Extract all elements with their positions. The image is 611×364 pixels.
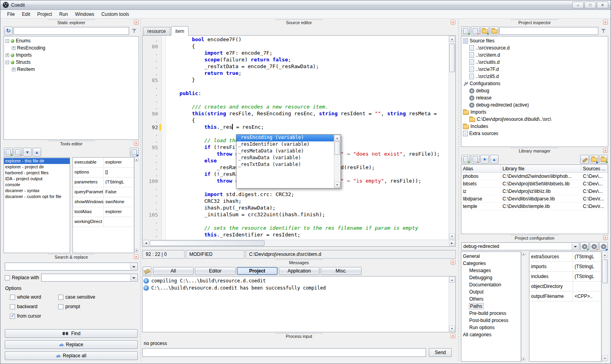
messages-scrollbar[interactable] xyxy=(449,276,455,332)
tree-item-src-item-d[interactable]: ..\src\item.d xyxy=(461,51,608,59)
tree-item-configurations[interactable]: Configurations xyxy=(461,80,608,87)
send-button[interactable]: Send xyxy=(429,348,452,357)
expander-icon[interactable]: + xyxy=(6,53,9,57)
close-panel-icon[interactable] xyxy=(451,260,455,265)
menu-file[interactable]: File xyxy=(4,10,18,18)
messages-filter-misc[interactable]: Misc. xyxy=(321,267,362,275)
close-panel-icon[interactable] xyxy=(134,20,139,25)
property-row-includes[interactable]: includes(TStringL xyxy=(529,272,601,282)
replace-all-button[interactable]: Replace all xyxy=(5,351,138,360)
scroll-down-icon[interactable] xyxy=(135,249,139,253)
tools-editor-header[interactable]: Tools editor xyxy=(4,140,139,147)
property-value[interactable]: <CPP>.. xyxy=(573,292,601,301)
property-value[interactable]: explorer xyxy=(104,158,134,167)
splitter-left[interactable] xyxy=(139,19,142,362)
tree-item-resitem[interactable]: +ResItem xyxy=(4,66,139,73)
refresh-button[interactable] xyxy=(4,27,13,35)
completion-item-restxtdata-variable[interactable]: _resTxtData (variable) xyxy=(236,162,334,168)
option-prompt[interactable]: prompt xyxy=(58,304,133,309)
splitter-right[interactable] xyxy=(457,19,460,362)
tab-item[interactable]: item xyxy=(171,26,189,36)
checkbox[interactable] xyxy=(58,295,63,300)
scroll-down-icon[interactable] xyxy=(334,182,340,188)
add-source-button[interactable]: + xyxy=(461,27,470,35)
tree-item-post-build-process[interactable]: Post-build process xyxy=(461,317,521,324)
replace-with-checkbox[interactable] xyxy=(5,275,10,280)
close-panel-icon[interactable] xyxy=(451,20,455,25)
property-value[interactable]: (TStringL xyxy=(104,177,134,187)
menu-custom-tools[interactable]: Custom tools xyxy=(98,10,133,18)
project-configuration-header[interactable]: Project configuration xyxy=(461,234,608,241)
scrollbar-thumb[interactable] xyxy=(335,141,340,155)
close-panel-icon[interactable] xyxy=(603,20,608,25)
tool-item-console[interactable]: console xyxy=(4,182,70,188)
expander-icon[interactable]: − xyxy=(6,39,9,43)
messages-filter-application[interactable]: Application xyxy=(279,267,320,275)
symbol-filter-button[interactable] xyxy=(130,27,139,35)
checkbox[interactable] xyxy=(10,314,15,319)
move-tool-up-button[interactable] xyxy=(32,148,41,156)
tree-item-messages[interactable]: Messages xyxy=(461,267,521,274)
expander-icon[interactable]: + xyxy=(12,46,15,50)
completion-item-resrawdata-variable[interactable]: _resRawData (variable) xyxy=(236,155,334,162)
replace-button[interactable]: Replace xyxy=(5,340,138,349)
inspector-filter-button[interactable] xyxy=(599,27,608,35)
tree-item-c-dev-dproj-resource-d-build-src[interactable]: C:\Dev\dproj\resource.d\build\..\src\ xyxy=(461,116,608,123)
process-input-field[interactable] xyxy=(142,348,426,357)
inspector-filter-input[interactable] xyxy=(499,27,598,35)
add-folder-button[interactable]: + xyxy=(480,27,489,35)
property-row-showwindows[interactable]: showWindowsswoNone xyxy=(73,197,134,207)
property-row-executable[interactable]: executableexplorer xyxy=(73,158,134,168)
configuration-scrollbar[interactable] xyxy=(601,252,608,362)
scroll-down-icon[interactable] xyxy=(449,233,455,239)
property-value[interactable]: [] xyxy=(104,168,134,177)
tree-item-includes[interactable]: Includes xyxy=(461,123,608,130)
expander-icon[interactable]: + xyxy=(12,68,15,71)
scrollbar-thumb[interactable] xyxy=(150,240,265,246)
configuration-combo[interactable]: debug-redirected xyxy=(461,242,579,250)
tree-item-release[interactable]: release xyxy=(461,94,608,101)
tree-item-imports[interactable]: +Imports xyxy=(4,51,139,59)
library-row-temple[interactable]: templeC:\Dev\dlibs\temple.libC:\Dev\r... xyxy=(461,203,608,210)
message-category-button[interactable] xyxy=(143,267,151,275)
property-row-outputfilename[interactable]: outputFilename<CPP>.. xyxy=(529,292,601,301)
menu-run[interactable]: Run xyxy=(55,10,71,18)
menu-project[interactable]: Project xyxy=(34,10,55,18)
tree-item-source-files[interactable]: Source files xyxy=(461,37,608,44)
messages-filter-project[interactable]: Project xyxy=(237,267,278,275)
add-configuration-button[interactable]: + xyxy=(580,242,589,251)
tree-item-output[interactable]: Output xyxy=(461,288,521,295)
close-panel-icon[interactable] xyxy=(134,254,139,259)
scroll-up-icon[interactable] xyxy=(449,277,455,283)
property-row-options[interactable]: options[] xyxy=(73,168,134,177)
scroll-down-icon[interactable] xyxy=(449,326,455,332)
library-from-project-button[interactable]: + xyxy=(599,155,608,164)
scrollbar-thumb[interactable] xyxy=(602,259,608,283)
maximize-button[interactable] xyxy=(584,2,596,8)
tree-item-extra-sources[interactable]: Extra sources xyxy=(461,130,608,137)
source-editor-header[interactable]: Source editor xyxy=(142,19,456,26)
clone-tool-button[interactable]: ▸ xyxy=(130,148,139,156)
titlebar[interactable]: Coedit xyxy=(0,0,611,10)
message-item[interactable]: compiling C:\...\build\resource.d.coedit xyxy=(143,277,448,284)
tree-item-debug[interactable]: debug xyxy=(461,87,608,94)
remove-tool-button[interactable]: − xyxy=(13,148,22,156)
property-row-parameters[interactable]: parameters(TStringL xyxy=(73,177,134,187)
remove-library-button[interactable]: − xyxy=(471,155,480,164)
tool-item-explorer-this-file-dir[interactable]: explorer - this file dir xyxy=(4,158,70,164)
tree-item-structs[interactable]: −Structs xyxy=(4,59,139,66)
symbol-search-input[interactable] xyxy=(13,27,129,35)
property-value[interactable]: swoNone xyxy=(104,197,134,207)
checkbox[interactable] xyxy=(58,304,63,309)
project-inspector-header[interactable]: Project inspector xyxy=(461,19,608,26)
move-tool-down-button[interactable] xyxy=(23,148,32,156)
scroll-up-icon[interactable] xyxy=(522,252,525,256)
property-row-extrasources[interactable]: extraSources(TStringL xyxy=(529,252,601,262)
scroll-down-icon[interactable] xyxy=(522,357,525,361)
scroll-up-icon[interactable] xyxy=(334,135,340,141)
close-panel-icon[interactable] xyxy=(603,148,608,153)
categories-scrollbar[interactable] xyxy=(521,252,526,362)
scroll-down-icon[interactable] xyxy=(602,355,608,361)
message-item[interactable]: C:\...\build\resource.d.coedit has been … xyxy=(143,284,448,292)
tool-item-dscanner-custom-opt-for-file[interactable]: dscanner - custom opt for file xyxy=(4,194,70,200)
